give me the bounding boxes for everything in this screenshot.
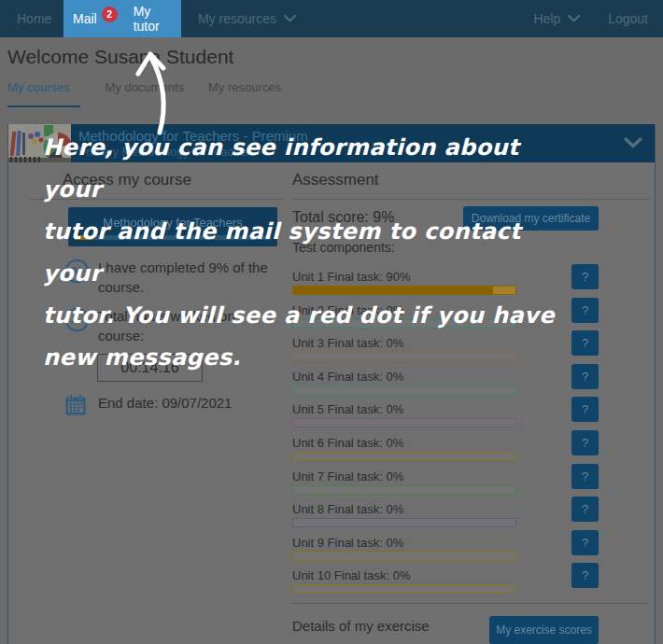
tutorial-spotlight: Mail 2 My tutor <box>63 0 181 37</box>
nav-home-label: Home <box>17 11 51 26</box>
nav-mail-label: Mail <box>73 11 97 26</box>
unit-help-button[interactable]: ? <box>571 330 599 356</box>
unit-row: Unit 8 Final task: 0% ? <box>292 497 651 530</box>
nav-home[interactable]: Home <box>17 0 51 37</box>
course-progress-fill <box>75 235 92 240</box>
unit-help-button[interactable]: ? <box>571 497 599 522</box>
calendar-icon <box>64 393 90 416</box>
nav-logout-label: Logout <box>608 11 648 26</box>
total-score-row: Total score: 9% Download my certificate <box>292 206 651 231</box>
nav-my-resources[interactable]: My resources <box>198 0 296 37</box>
unit-help-button[interactable]: ? <box>571 364 599 389</box>
exercise-scores-row: Details of my exercise scores: My exerci… <box>292 616 651 644</box>
unit-progress-bar <box>292 485 516 495</box>
my-exercise-scores-button[interactable]: My exercise scores <box>489 616 599 644</box>
course-panel-header[interactable]: Methodology for Teachers - Premium Prima… <box>8 124 655 162</box>
test-components-label: Test components: <box>292 240 651 255</box>
access-heading: Access my course <box>29 171 283 200</box>
unit-help-button[interactable]: ? <box>571 530 599 555</box>
unit-score-list: Unit 1 Final task: 90% ? Unit 2 Final ta… <box>292 264 651 596</box>
chevron-down-icon <box>568 15 580 22</box>
end-date-row: End date: 09/07/2021 <box>64 393 283 416</box>
assessment-section: Assessment Total score: 9% Download my c… <box>292 165 651 644</box>
tab-my-documents[interactable]: My documents <box>105 80 184 107</box>
chevron-down-icon <box>284 15 296 22</box>
course-subtitle: Primary Methodology for Teachers <box>78 146 308 159</box>
access-course-section: Access my course Methodology for Teacher… <box>29 165 283 416</box>
unit-row: Unit 1 Final task: 90% ? <box>292 264 651 298</box>
hours-row: Total hours worked on course: <box>64 306 283 345</box>
unit-row: Unit 7 Final task: 0% ? <box>292 464 651 497</box>
unit-help-button[interactable]: ? <box>571 430 599 455</box>
unit-help-button[interactable]: ? <box>571 563 599 588</box>
nav-mail[interactable]: Mail 2 <box>73 11 118 27</box>
course-panel: Methodology for Teachers - Premium Prima… <box>7 124 656 644</box>
unit-help-button[interactable]: ? <box>571 298 599 323</box>
unit-row: Unit 5 Final task: 0% ? <box>292 397 651 430</box>
unit-row: Unit 2 Final task: 0% ? <box>292 298 651 331</box>
course-thumbnail <box>8 124 71 162</box>
divider <box>292 603 648 604</box>
nav-help-label: Help <box>533 11 560 26</box>
course-progress-bar <box>75 235 271 240</box>
unit-progress-bar <box>292 385 516 395</box>
exercise-scores-label: Details of my exercise scores: <box>292 616 451 644</box>
assessment-heading: Assessment <box>292 171 651 200</box>
unit-progress-bar <box>292 452 516 461</box>
svg-text:%: % <box>72 264 83 278</box>
top-navbar: Home My resources Help Logout Mail 2 My … <box>0 0 663 37</box>
unit-progress-bar <box>292 584 516 594</box>
unit-progress-fill <box>293 287 493 294</box>
download-certificate-button[interactable]: Download my certificate <box>463 206 599 231</box>
unit-row: Unit 9 Final task: 0% ? <box>292 530 651 564</box>
unit-help-button[interactable]: ? <box>571 464 599 489</box>
unit-help-button[interactable]: ? <box>571 264 599 289</box>
unit-row: Unit 4 Final task: 0% ? <box>292 364 651 398</box>
unit-row: Unit 6 Final task: 0% ? <box>292 430 651 464</box>
page-title: Welcome Susana Student <box>7 46 233 68</box>
percent-icon: % <box>64 258 90 297</box>
nav-right-group: Help Logout <box>533 0 648 37</box>
open-course-button[interactable]: Methodology for Teachers <box>68 207 277 246</box>
nav-logout[interactable]: Logout <box>608 0 648 37</box>
unit-progress-bar <box>292 352 516 361</box>
nav-help[interactable]: Help <box>533 0 580 37</box>
unit-row: Unit 3 Final task: 0% ? <box>292 330 651 364</box>
hours-label: Total hours worked on course: <box>98 306 275 345</box>
clock-icon <box>64 306 90 345</box>
completed-row: % I have completed 9% of the course. <box>64 258 283 297</box>
unit-progress-bar <box>292 518 516 527</box>
unit-progress-bar <box>292 418 516 427</box>
completed-text: I have completed 9% of the course. <box>98 258 275 297</box>
tab-my-resources[interactable]: My resources <box>208 80 281 107</box>
mail-unread-badge: 2 <box>102 7 118 22</box>
section-tabs: My courses My documents My resources <box>7 80 281 107</box>
hours-worked-timer: 00:14:16 <box>97 354 203 382</box>
total-score-text: Total score: 9% <box>292 206 394 226</box>
nav-my-tutor[interactable]: My tutor <box>134 4 172 34</box>
unit-progress-bar <box>292 286 516 295</box>
unit-progress-bar <box>292 552 516 561</box>
unit-help-button[interactable]: ? <box>571 397 599 422</box>
collapse-chevron-icon[interactable] <box>624 137 642 148</box>
end-date-text: End date: 09/07/2021 <box>98 393 275 416</box>
course-header-titles: Methodology for Teachers - Premium Prima… <box>78 128 308 159</box>
nav-my-resources-label: My resources <box>198 11 276 26</box>
nav-my-tutor-label: My tutor <box>134 4 172 34</box>
tab-my-courses[interactable]: My courses <box>7 80 80 107</box>
course-title: Methodology for Teachers - Premium <box>78 128 308 144</box>
unit-progress-bar <box>292 319 516 329</box>
open-course-button-label: Methodology for Teachers <box>73 216 273 230</box>
unit-row: Unit 10 Final task: 0% ? <box>292 563 651 596</box>
